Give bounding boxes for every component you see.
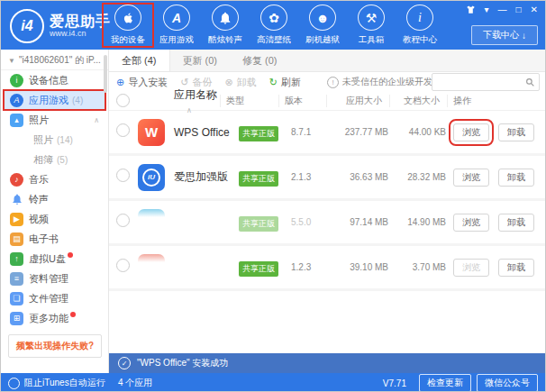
table-header: 应用名称∧ 类型 版本 应用大小 文档大小 操作 [109,92,546,111]
nav-label: 应用游戏 [159,33,194,45]
sidebar-scrollbar[interactable] [104,55,107,93]
minimize-icon[interactable]: — [498,5,507,14]
doc-size: 44.00 KB [396,127,453,137]
tab-updates[interactable]: 更新 (0) [170,50,231,71]
maximize-icon[interactable]: □ [516,5,522,14]
status-bar: 阻止iTunes自动运行 4 个应用 V7.71 检查更新 微信公众号 [1,373,545,392]
untrusted-developer-notice[interactable]: ! 未受信任的企业级开发者 [327,72,441,92]
select-all-checkbox[interactable] [116,94,130,107]
table-row[interactable]: W WPS Office 共享正版 8.7.1 237.77 MB 44.00 … [109,111,546,156]
nav-ringtones[interactable]: 酷炫铃声 [201,5,250,46]
radio-icon [8,378,20,389]
nav-jailbreak[interactable]: ☻ 刷机越狱 [298,5,347,46]
video-icon: ▶ [10,213,23,226]
nav-wallpapers[interactable]: ✿ 高清壁纸 [250,5,298,46]
nav-tutorials[interactable]: i 教程中心 [396,5,444,46]
table-row[interactable]: 共享正版 5.5.0 97.14 MB 14.90 MB 浏览 卸载 [109,201,546,246]
download-center-button[interactable]: 下载中心↓ [471,25,538,45]
refresh-button[interactable]: ↻ 刷新 [269,76,301,89]
book-icon: ▤ [10,232,23,246]
check-update-button[interactable]: 检查更新 [419,374,471,392]
tab-all[interactable]: 全部 (4) [109,50,170,71]
header-type[interactable]: 类型 [220,95,278,107]
nav-app-games[interactable]: A 应用游戏 [152,5,201,46]
sidebar-item-file-manager[interactable]: ❏ 文件管理 [1,288,108,308]
uninstall-button[interactable]: 卸载 [498,169,534,187]
nav-label: 酷炫铃声 [208,33,242,45]
sidebar-item-device-info[interactable]: i 设备信息 [1,70,108,90]
sidebar-item-data-manager[interactable]: ≡ 资料管理 [1,269,108,288]
device-info-icon: i [10,74,23,87]
app-version: 2.1.3 [291,172,332,182]
skin-icon[interactable] [466,5,476,14]
search-input[interactable] [432,77,525,87]
bell-icon [10,193,23,206]
uninstall-button[interactable]: 卸载 [498,214,534,232]
nav-toolbox[interactable]: ⚒ 工具箱 [347,5,396,46]
uninstall-button[interactable]: 卸载 [498,259,534,277]
header-version[interactable]: 版本 [278,95,326,107]
toolbar: ⊕ 导入安装 ↺ 备份 ⊗ 卸载 ↻ 刷新 ! 未受信任的企业级开发者 [109,72,546,92]
row-checkbox[interactable] [116,214,130,227]
search-icon [525,77,535,87]
license-badge: 共享正版 [239,126,278,141]
tools-icon: ⚒ [358,5,385,31]
sidebar: ▼ "i418062601" 的 iP... i 设备信息 A 应用游戏 (4)… [1,50,109,373]
uninstall-button[interactable]: ⊗ 卸载 [224,76,256,89]
sidebar-item-ebooks[interactable]: ▤ 电子书 [1,229,108,249]
header-doc-size[interactable]: 文档大小 [389,95,447,107]
table-row[interactable]: 共享正版 1.2.3 39.10 MB 3.70 MB 浏览 卸载 [109,246,546,291]
row-checkbox[interactable] [116,259,130,272]
import-install-button[interactable]: ⊕ 导入安装 [116,76,168,89]
app-logo: i4 爱思助手 www.i4.cn [10,9,111,43]
alert-circle-icon: ! [327,77,339,88]
notification-bar: ✓ "WPS Office" 安装成功 [109,353,546,373]
close-icon[interactable]: ✕ [531,5,538,14]
main-content: 全部 (4) 更新 (0) 修复 (0) ⊕ 导入安装 ↺ 备份 ⊗ 卸载 ↻ … [109,50,546,353]
table-row[interactable]: iU 爱思加强版 共享正版 2.1.3 36.63 MB 28.32 MB 浏览… [109,156,546,201]
logo-i4-icon: i4 [10,9,44,43]
sidebar-item-videos[interactable]: ▶ 视频 [1,209,108,229]
sidebar-item-photos[interactable]: ▴ 照片 ∧ [1,110,108,130]
tab-bar: 全部 (4) 更新 (0) 修复 (0) [109,50,546,72]
photo-icon: ▴ [10,114,23,127]
menu-chevron-icon[interactable]: ▾ [485,5,489,14]
sort-asc-icon[interactable]: ∧ [187,106,192,114]
browse-button[interactable]: 浏览 [453,169,489,187]
chevron-up-icon[interactable]: ∧ [94,116,99,124]
apple-icon [114,5,141,31]
operation-failure-help-button[interactable]: 频繁出现操作失败? [8,334,102,358]
sidebar-subitem-albums[interactable]: 相簿 (5) [1,150,108,169]
sidebar-item-app-games[interactable]: A 应用游戏 (4) [4,90,105,110]
nav-label: 刷机越狱 [305,33,340,45]
app-size: 36.63 MB [332,172,396,182]
sidebar-item-ringtones[interactable]: 铃声 [1,189,108,209]
row-checkbox[interactable] [116,169,130,182]
browse-button[interactable]: 浏览 [453,123,489,141]
header-app-size[interactable]: 应用大小 [326,95,389,107]
device-name[interactable]: ▼ "i418062601" 的 iP... [1,50,108,70]
usb-icon: ↑ [10,252,23,266]
doc-size: 28.32 MB [396,172,453,182]
app-size: 39.10 MB [332,262,396,272]
music-icon: ♪ [10,173,23,187]
grid-icon: ⊞ [10,312,23,325]
sidebar-item-music[interactable]: ♪ 音乐 [1,169,108,189]
wechat-official-button[interactable]: 微信公众号 [477,374,538,392]
notification-dot [68,252,73,258]
sidebar-subitem-photos[interactable]: 照片 (14) [1,130,108,150]
uninstall-icon: ⊗ [224,77,232,87]
row-checkbox[interactable] [116,123,130,137]
itunes-autorun-toggle[interactable]: 阻止iTunes自动运行 [8,377,111,389]
browse-button[interactable]: 浏览 [453,214,489,232]
backup-button[interactable]: ↺ 备份 [180,76,212,89]
sidebar-item-more-features[interactable]: ⊞ 更多功能 [1,308,108,328]
uninstall-button[interactable]: 卸载 [498,123,534,141]
tab-repair[interactable]: 修复 (0) [230,50,290,71]
sidebar-item-virtual-usb[interactable]: ↑ 虚拟U盘 [1,249,108,269]
browse-button[interactable]: 浏览 [453,259,489,277]
i4-app-icon: iU [138,164,165,191]
app-version: 5.5.0 [291,217,332,227]
nav-my-device[interactable]: 我的设备 [104,5,152,46]
appstore-icon: A [10,94,23,107]
